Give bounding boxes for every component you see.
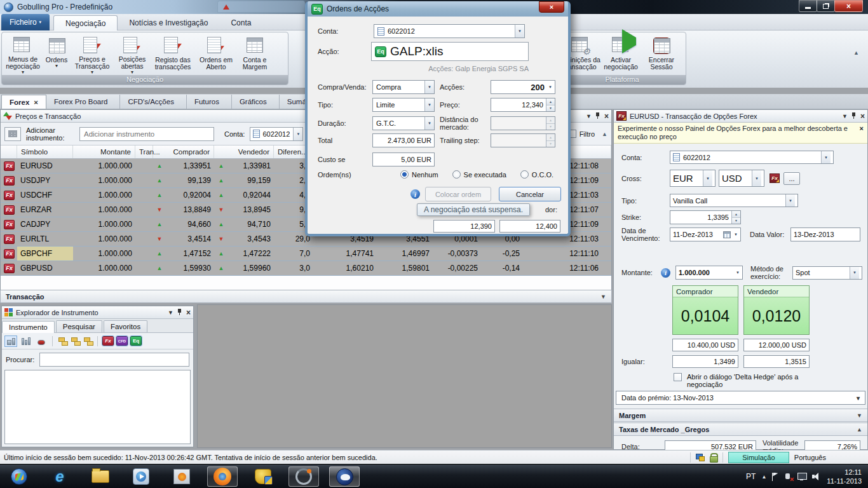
buy-quote-box[interactable]: Comprador 0,0104 (672, 285, 738, 335)
bid-cell[interactable]: 99,139 (166, 176, 214, 185)
column-amount[interactable]: Montante (73, 146, 135, 158)
symbol-cell[interactable]: USDCHF (17, 188, 73, 202)
restore-button[interactable] (817, 0, 835, 12)
taskbar-explorer-icon[interactable] (85, 466, 116, 487)
amount-combo[interactable]: 1.000.000 ▼ (675, 266, 743, 280)
account-combo[interactable]: 6022012 ▼ (250, 127, 303, 141)
strike-spinner[interactable]: 1,3395 ▲▼ (670, 210, 741, 224)
radio-option[interactable]: Nenhum (400, 170, 438, 179)
symbol-cell[interactable]: USDJPY (17, 173, 73, 187)
ribbon-button[interactable]: Ordens ▾ (43, 34, 71, 75)
more-crosses-button[interactable]: ... (783, 172, 800, 185)
volume-icon[interactable] (812, 473, 821, 480)
radio-option[interactable]: O.C.O. (520, 170, 553, 179)
amount-cell[interactable]: 1.000.000 (73, 161, 135, 170)
explorer-tab[interactable]: Instrumento (2, 321, 55, 333)
type-combo[interactable]: Vanilla Call ▼ (670, 194, 798, 207)
dialog-close-button[interactable]: × (539, 1, 564, 13)
price-spinner[interactable]: 12,340 ▲▼ (491, 98, 555, 112)
bid-cell[interactable]: 94,660 (166, 220, 214, 229)
margin-section-bar[interactable]: Margem ▼ (614, 409, 867, 422)
ribbon-button[interactable]: × Encerrar Sessão (641, 34, 682, 75)
connection-icon[interactable] (696, 454, 705, 461)
panel-close-icon[interactable]: × (186, 308, 191, 317)
panel-menu-icon[interactable]: ▼ (842, 113, 848, 119)
delta-hedge-checkbox[interactable] (674, 373, 682, 381)
account-combo[interactable]: 6022012 ▼ (670, 151, 834, 164)
ribbon-tab[interactable]: Conta (219, 15, 262, 30)
ask-cell[interactable]: 99,159 (228, 176, 274, 185)
spinner-buttons[interactable]: ▲▼ (546, 98, 555, 111)
simulation-mode-badge[interactable]: Simulação (728, 452, 789, 463)
ribbon-button[interactable]: ⚙× Preços e Transacção ▾ (71, 34, 114, 75)
tree-collapse-icon[interactable] (70, 337, 80, 346)
ribbon-button[interactable]: ⚙× Ordens em Aberto (195, 34, 237, 75)
account-combo[interactable]: 6022012 ▼ (374, 24, 525, 38)
taskbar-gobulling-icon[interactable] (329, 466, 360, 487)
market-rates-section-bar[interactable]: Taxas de Mercado _Gregos ▲ (614, 423, 867, 436)
radio-option[interactable]: Se executada (452, 170, 506, 179)
sell-quote-box[interactable]: Vendedor 0,0120 (743, 285, 810, 335)
tab-close-icon[interactable]: × (34, 98, 38, 106)
ask-cell[interactable]: 1,47222 (228, 249, 274, 258)
ribbon-button[interactable]: ⚙× Posições abertas ▾ (114, 34, 151, 75)
side-combo[interactable]: Compra ▼ (372, 80, 435, 94)
document-tab[interactable]: Gráficos (232, 95, 280, 109)
ribbon-tab[interactable]: Negociação (53, 15, 118, 30)
amount-cell[interactable]: 1.000.000 (73, 176, 135, 185)
amount-cell[interactable]: 1.000.000 (73, 234, 135, 243)
document-tab[interactable]: Forex × (1, 95, 46, 109)
info-icon[interactable]: i (410, 189, 420, 199)
price-row[interactable]: Fx GBPUSD 1.000.000 1,59930 1,59960 3,0 … (1, 261, 611, 276)
add-instrument-input[interactable] (79, 127, 214, 141)
minimize-button[interactable] (799, 0, 817, 12)
taskbar-ie-icon[interactable]: e (44, 466, 75, 487)
ribbon-button[interactable]: Activar negociação (600, 34, 641, 75)
amount-cell[interactable]: 1.000.000 (73, 220, 135, 229)
pin-icon[interactable] (177, 309, 182, 316)
tree-levels-icon[interactable] (83, 337, 93, 346)
pin-icon[interactable] (595, 112, 600, 119)
column-bid[interactable]: Comprador (153, 146, 214, 158)
file-menu-button[interactable]: Ficheiro ▾ (1, 14, 50, 30)
view-globe-icon[interactable] (35, 336, 48, 347)
add-instrument-grid-button[interactable] (4, 127, 21, 141)
amount-cell[interactable]: 1.000.000 (73, 264, 135, 273)
explorer-tab[interactable]: Favoritos (104, 320, 147, 332)
exercise-method-combo[interactable]: Spot ▼ (792, 266, 862, 280)
ribbon-button[interactable]: Menus de negociação ▾ (3, 34, 43, 75)
expiry-date-combo[interactable]: 11-Dez-2013 ▼ (670, 227, 741, 241)
symbol-cell[interactable]: GBPCHF (17, 247, 73, 261)
chevron-down-icon[interactable]: ▼ (600, 294, 606, 300)
symbol-cell[interactable]: EURZAR (17, 203, 73, 217)
tree-item[interactable] (5, 388, 190, 403)
background-window-tab[interactable] (217, 1, 305, 13)
explorer-tab[interactable]: Pesquisar (56, 320, 102, 332)
ribbon-tab[interactable]: Notícias e Investigação (118, 15, 219, 30)
bid-cell[interactable]: 0,92004 (166, 191, 214, 200)
ribbon-collapse-icon[interactable]: ▲ (853, 50, 859, 56)
ask-cell[interactable]: 1,59960 (228, 264, 274, 273)
column-ask[interactable]: Vendedor (214, 146, 274, 158)
column-tran[interactable]: Tran... (135, 146, 153, 158)
panel-close-icon[interactable]: × (860, 112, 865, 121)
cross-base-combo[interactable]: EUR ▼ (670, 170, 715, 187)
cross-quote-combo[interactable]: USD ▼ (719, 170, 764, 187)
panel-close-icon[interactable]: × (604, 112, 609, 121)
tree-item[interactable] (5, 403, 190, 418)
transaccao-collapsed-bar[interactable]: Transacção ▼ (0, 290, 612, 303)
tray-expand-icon[interactable]: ▲ (761, 474, 766, 480)
document-tab[interactable]: Futuros (187, 95, 232, 109)
ask-cell[interactable]: 1,33981 (228, 161, 274, 170)
spinner-buttons[interactable]: ▲▼ (731, 211, 740, 224)
filter-eq-icon[interactable]: Eq (130, 336, 142, 346)
tree-expand-icon[interactable] (57, 337, 67, 346)
bid-cell[interactable]: 1,47152 (166, 249, 214, 258)
amount-cell[interactable]: 1.000.000 (73, 191, 135, 200)
power-icon[interactable] (784, 473, 792, 480)
premium-date-bar[interactable]: Data do prémio: 13-Nov-2013 ▾ (616, 391, 865, 405)
place-order-button[interactable]: Colocar ordem (425, 187, 491, 201)
amount-cell[interactable]: 1.000.000 (73, 205, 135, 214)
symbol-cell[interactable]: GBPUSD (17, 261, 73, 275)
symbol-cell[interactable]: EURUSD (17, 159, 73, 173)
